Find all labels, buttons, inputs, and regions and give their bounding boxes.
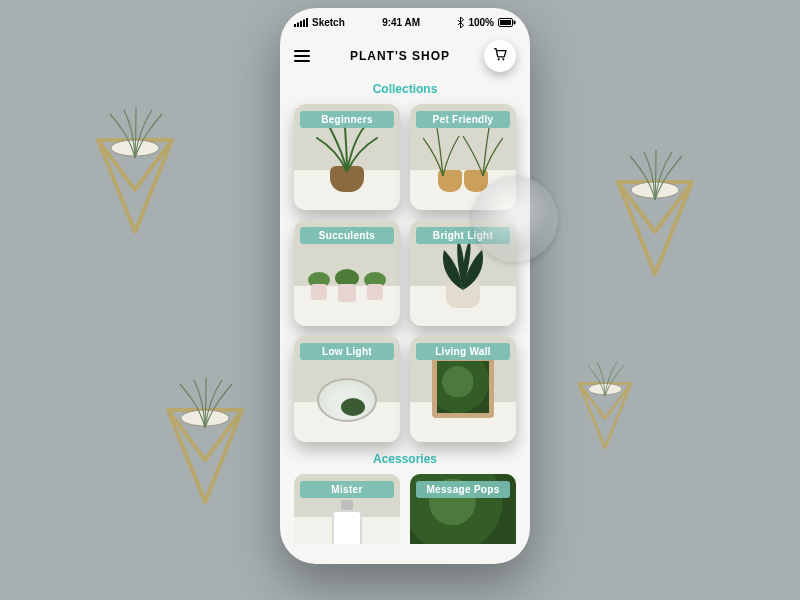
svg-rect-5 (297, 22, 299, 27)
svg-rect-11 (514, 20, 516, 24)
phone-frame: Sketch 9:41 AM 100% PLANT'S SHOP Collect… (280, 8, 530, 564)
svg-point-0 (111, 140, 159, 156)
card-label: Pet Friendly (416, 111, 510, 128)
collection-card-beginners[interactable]: Beginners (294, 104, 400, 210)
cart-icon (492, 46, 508, 66)
card-label: Beginners (300, 111, 394, 128)
svg-rect-17 (338, 284, 356, 302)
cart-button[interactable] (484, 40, 516, 72)
app-header: PLANT'S SHOP (280, 36, 530, 80)
card-label: Succulents (300, 227, 394, 244)
battery-icon (498, 18, 516, 27)
svg-rect-7 (303, 19, 305, 27)
svg-rect-10 (500, 20, 511, 25)
collections-heading: Collections (280, 82, 530, 96)
bluetooth-icon (457, 17, 464, 28)
accessory-card-mister[interactable]: Mister (294, 474, 400, 544)
status-bar: Sketch 9:41 AM 100% (280, 8, 530, 36)
svg-point-2 (181, 410, 229, 426)
accessory-card-message-pops[interactable]: Message Pops (410, 474, 516, 544)
card-label: Mister (300, 481, 394, 498)
status-time: 9:41 AM (382, 17, 420, 28)
collections-grid: Beginners Pet Friendly Succulents (280, 104, 530, 442)
accessories-heading: Acessories (280, 452, 530, 466)
svg-point-3 (588, 384, 622, 395)
signal-icon (294, 18, 308, 27)
touch-indicator-icon (472, 176, 558, 262)
collection-card-succulents[interactable]: Succulents (294, 220, 400, 326)
card-label: Message Pops (416, 481, 510, 498)
collection-card-living-wall[interactable]: Living Wall (410, 336, 516, 442)
status-battery-text: 100% (468, 17, 494, 28)
svg-rect-19 (367, 284, 383, 300)
svg-rect-6 (300, 21, 302, 27)
svg-point-12 (498, 58, 500, 60)
svg-point-1 (631, 182, 679, 198)
card-label: Low Light (300, 343, 394, 360)
collection-card-low-light[interactable]: Low Light (294, 336, 400, 442)
status-carrier: Sketch (312, 17, 345, 28)
accessories-grid: Mister Message Pops (280, 474, 530, 544)
card-label: Living Wall (416, 343, 510, 360)
svg-rect-4 (294, 24, 296, 27)
svg-rect-15 (311, 284, 327, 300)
svg-point-13 (502, 58, 504, 60)
svg-rect-8 (306, 18, 308, 27)
menu-button[interactable] (294, 45, 316, 67)
app-title: PLANT'S SHOP (316, 49, 484, 63)
